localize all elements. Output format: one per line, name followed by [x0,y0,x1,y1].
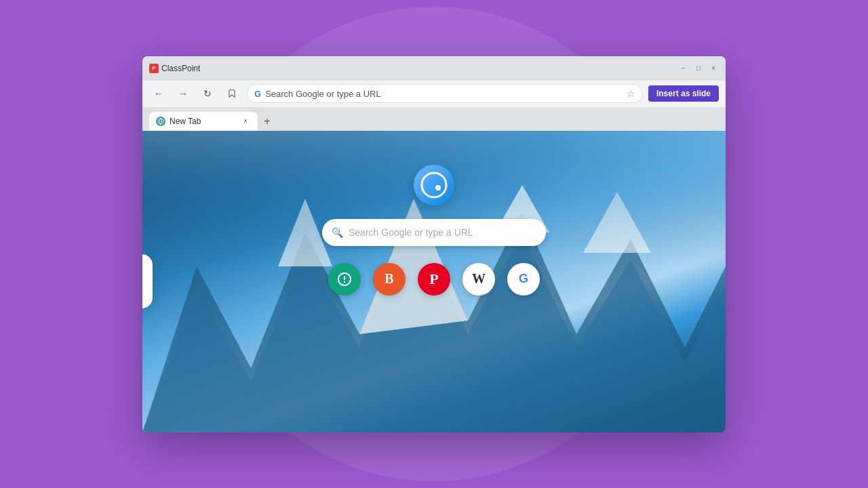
close-button[interactable]: × [708,63,719,74]
google-icon: G [254,89,261,99]
classpoint-logo-browser [414,165,454,205]
insert-as-slide-button[interactable]: Insert as slide [648,85,719,102]
title-bar: P ClassPoint − □ × [142,56,726,81]
shortcut-blogger[interactable]: B [373,263,406,296]
search-icon: 🔍 [332,227,343,238]
app-name-label: ClassPoint [161,64,200,73]
shortcut-chatgpt[interactable] [328,263,361,296]
floating-web-search-icon[interactable] [142,254,153,308]
shortcut-google[interactable]: G [507,263,540,296]
tab-new-tab[interactable]: New Tab × [149,112,258,131]
new-tab-button[interactable]: + [258,112,277,131]
tab-close-icon[interactable]: × [240,116,251,127]
shortcut-wikipedia[interactable]: W [462,263,495,296]
cp-logo-circle [414,165,454,205]
shortcut-pinterest[interactable]: P [418,263,450,296]
back-button[interactable]: ← [149,84,168,103]
tab-label: New Tab [170,117,236,126]
address-bar[interactable]: G Search Google or type a URL ☆ [247,84,643,103]
tabs-bar: New Tab × + [142,108,726,131]
classpoint-logo-icon: P [149,64,159,73]
browser-window: P ClassPoint − □ × ← → ↻ G Search Google… [142,56,726,432]
refresh-button[interactable]: ↻ [198,84,217,103]
address-text: Search Google or type a URL [265,89,623,99]
tab-favicon [156,117,165,126]
maximize-button[interactable]: □ [693,63,704,74]
svg-point-0 [158,118,163,123]
window-controls: − □ × [678,63,719,74]
shortcuts-row: B P W G [328,263,540,296]
svg-point-9 [435,185,441,190]
star-icon[interactable]: ☆ [627,88,635,99]
browser-content: 🔍 Search Google or type a URL B P W G [142,131,726,432]
search-placeholder-text: Search Google or type a URL [349,227,473,238]
minimize-button[interactable]: − [678,63,689,74]
forward-button[interactable]: → [174,84,193,103]
bookmark-button[interactable] [222,84,241,103]
toolbar: ← → ↻ G Search Google or type a URL ☆ In… [142,81,726,108]
app-title: P ClassPoint [149,64,200,73]
svg-point-8 [422,173,446,197]
browser-search-bar[interactable]: 🔍 Search Google or type a URL [322,219,546,246]
